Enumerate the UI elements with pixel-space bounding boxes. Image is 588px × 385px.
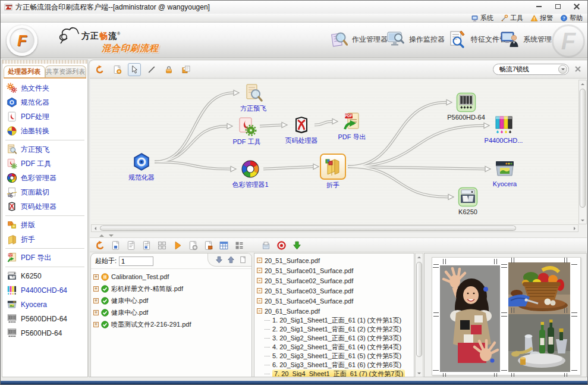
system-manager-button[interactable]: 系统管理 bbox=[500, 30, 552, 49]
job-file-row[interactable]: + 健康中心.pdf bbox=[93, 295, 250, 306]
sidebar-item-printer-k6250[interactable]: K6250 bbox=[2, 269, 87, 283]
canvas-vertical-scrollbar[interactable] bbox=[578, 80, 587, 224]
sidebar-item-pdf-process[interactable]: PDF处理 bbox=[2, 109, 87, 124]
view-table-button[interactable] bbox=[217, 239, 229, 251]
recycle-bin-button[interactable] bbox=[259, 239, 272, 251]
view-list-button[interactable] bbox=[232, 239, 245, 251]
tab-processor-list[interactable]: 处理器列表 bbox=[4, 65, 45, 77]
start-at-input[interactable] bbox=[119, 256, 153, 266]
sidebar-item-page-crop[interactable]: 页面裁切 bbox=[2, 185, 87, 199]
move-up-icon[interactable] bbox=[227, 256, 235, 264]
workflow-selector[interactable]: 畅流7锁线 bbox=[493, 64, 569, 75]
view-grid-button[interactable] bbox=[155, 239, 168, 251]
node-kyocera[interactable]: Kyocera bbox=[478, 159, 532, 187]
job-file-row[interactable]: + 喷墨测试文件2-216-291.pdf bbox=[93, 318, 250, 330]
node-p4400chd[interactable]: P4400CHD... bbox=[477, 115, 530, 144]
job-file-row[interactable]: + Calibration_Test.pdf bbox=[93, 271, 250, 283]
add-file-button[interactable] bbox=[186, 239, 199, 251]
operation-monitor-button[interactable]: 操作监控器 bbox=[386, 30, 445, 49]
node-preflight[interactable]: 方正预飞 bbox=[227, 83, 280, 113]
collapse-icon[interactable]: - bbox=[257, 258, 262, 263]
sidebar-item-folding[interactable]: 折手 bbox=[2, 232, 87, 246]
expand-icon[interactable]: + bbox=[93, 286, 99, 292]
move-down-icon[interactable] bbox=[215, 256, 223, 264]
view-text-button[interactable] bbox=[124, 239, 137, 251]
maximize-button[interactable] bbox=[548, 1, 567, 12]
expand-icon[interactable]: + bbox=[93, 322, 99, 327]
sidebar-item-printer-p5600hd[interactable]: P5600HD-64 bbox=[2, 326, 87, 340]
node-k6250[interactable]: K6250 bbox=[441, 187, 495, 215]
menu-alarm[interactable]: 报警 bbox=[530, 14, 553, 23]
surface-file-row[interactable]: - 20_51_Surface04_Surface.pdf bbox=[257, 296, 413, 306]
workflow-canvas[interactable]: 规范化器 方正预飞 PDF 工具 页码处理器 PDF PDF 导出 色彩管理器1… bbox=[91, 80, 578, 224]
tab-shared-resource-list[interactable]: 共享资源列表 bbox=[45, 65, 87, 77]
sidebar-item-color-manager[interactable]: 色彩管理器 bbox=[2, 171, 87, 185]
surface-page-row[interactable]: 5. 20_Sig3_Sheet1_正面_61 (5) (文件第5页) bbox=[257, 352, 413, 361]
expand-icon[interactable]: + bbox=[93, 298, 99, 303]
new-flow-button[interactable] bbox=[111, 63, 124, 76]
expand-icon[interactable]: + bbox=[93, 274, 99, 280]
node-page-number[interactable]: 页码处理器 bbox=[275, 115, 328, 145]
surface-file-row[interactable]: - 20_61_Surface.pdf bbox=[257, 306, 413, 316]
stamp-file-button[interactable] bbox=[202, 239, 214, 251]
job-file-row[interactable]: + 健康中心.pdf bbox=[93, 306, 250, 318]
undo-button[interactable] bbox=[93, 63, 106, 76]
surface-panel-scrollbar[interactable] bbox=[415, 253, 423, 377]
surface-file-row[interactable]: - 20_51_Surface.pdf bbox=[257, 255, 413, 265]
surface-page-row[interactable]: 2. 20_Sig1_Sheet1_背面_61 (2) (文件第2页) bbox=[257, 325, 413, 334]
select-button[interactable] bbox=[128, 63, 141, 76]
import-down-button[interactable] bbox=[290, 239, 303, 251]
edit-page-button[interactable] bbox=[140, 239, 152, 251]
sidebar-item-imposition[interactable]: 拼版 bbox=[2, 218, 87, 232]
surface-page-row[interactable]: 7. 20_Sig4_Sheet1_正面_61 (7) (文件第7页) bbox=[257, 370, 413, 377]
expand-icon[interactable]: + bbox=[93, 310, 99, 315]
run-flow-button[interactable] bbox=[171, 239, 183, 251]
menu-system[interactable]: 系统 bbox=[471, 14, 493, 23]
new-page-icon[interactable] bbox=[239, 256, 247, 264]
collapse-icon[interactable]: - bbox=[257, 308, 262, 314]
sidebar-item-page-number[interactable]: 页码处理器 bbox=[2, 199, 87, 214]
sidebar-item-normalizer[interactable]: 规范化器 bbox=[2, 95, 87, 109]
node-pdf-export[interactable]: PDF PDF 导出 bbox=[325, 111, 379, 142]
chevron-down-icon[interactable] bbox=[558, 65, 567, 74]
splitter-up-icon[interactable] bbox=[99, 232, 104, 237]
collapse-icon[interactable]: - bbox=[257, 298, 262, 303]
job-manager-button[interactable]: 作业管理器 bbox=[329, 30, 388, 49]
panel-splitter[interactable] bbox=[90, 233, 587, 237]
menu-tools[interactable]: 工具 bbox=[501, 14, 523, 23]
sidebar-item-pdf-export[interactable]: PDFPDF 导出 bbox=[2, 251, 87, 265]
close-button[interactable] bbox=[567, 1, 586, 12]
surface-page-row[interactable]: 4. 20_Sig2_Sheet1_背面_61 (4) (文件第4页) bbox=[257, 343, 413, 352]
sidebar-item-printer-p5600dhd[interactable]: P5600DHD-64 bbox=[2, 312, 87, 326]
surface-file-row[interactable]: - 20_51_Surface02_Surface.pdf bbox=[257, 276, 413, 286]
connect-button[interactable] bbox=[145, 63, 158, 76]
surface-file-row[interactable]: - 20_51_Surface03_Surface.pdf bbox=[257, 286, 413, 296]
collapse-icon[interactable]: - bbox=[257, 268, 262, 273]
menu-help[interactable]: ?帮助 bbox=[560, 14, 583, 23]
view-page-button[interactable] bbox=[109, 239, 121, 251]
sidebar-item-printer-kyocera[interactable]: Kyocera bbox=[2, 298, 87, 312]
minimize-button[interactable] bbox=[529, 1, 548, 12]
surface-page-row[interactable]: 6. 20_Sig3_Sheet1_背面_61 (6) (文件第6页) bbox=[257, 361, 413, 370]
node-folding[interactable]: 折手 bbox=[306, 154, 360, 190]
sidebar-item-printer-p4400chd[interactable]: P4400CHD-64 bbox=[2, 283, 87, 298]
close-workflow-icon[interactable] bbox=[574, 65, 582, 73]
sidebar-item-hot-folder[interactable]: 热文件夹 bbox=[2, 81, 87, 95]
lock-button[interactable] bbox=[162, 63, 175, 76]
undo-button[interactable] bbox=[93, 239, 106, 251]
collapse-icon[interactable]: - bbox=[257, 288, 262, 293]
node-color-manager[interactable]: 色彩管理器1 bbox=[224, 159, 277, 189]
canvas-horizontal-scrollbar[interactable] bbox=[91, 224, 578, 232]
node-normalizer[interactable]: 规范化器 bbox=[115, 152, 168, 182]
save-button[interactable] bbox=[180, 63, 193, 76]
collapse-icon[interactable]: - bbox=[257, 278, 262, 283]
surface-page-row[interactable]: 3. 20_Sig2_Sheet1_正面_61 (3) (文件第3页) bbox=[257, 334, 413, 343]
surface-file-row[interactable]: - 20_51_Surface01_Surface.pdf bbox=[257, 265, 413, 276]
stop-record-button[interactable] bbox=[275, 239, 287, 251]
sidebar-item-ink-convert[interactable]: 油墨转换 bbox=[2, 124, 87, 138]
node-pdf-tools[interactable]: PDF 工具 bbox=[220, 116, 273, 146]
sidebar-item-preflight[interactable]: 方正预飞 bbox=[2, 142, 87, 156]
job-file-row[interactable]: + 彩机样册文件-精简版.pdf bbox=[93, 283, 250, 295]
brand-logo-button[interactable]: F bbox=[7, 25, 37, 56]
sidebar-item-pdf-tools[interactable]: PDF 工具 bbox=[2, 156, 87, 171]
